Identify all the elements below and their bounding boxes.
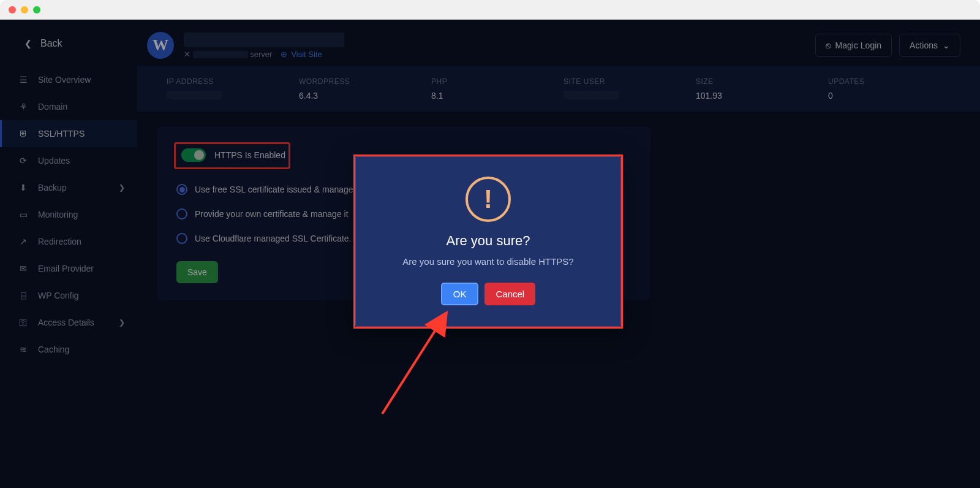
sidebar-item-label: Site Overview xyxy=(38,75,91,85)
header-info: ✕ server ⊕ Visit Site xyxy=(184,32,805,59)
https-toggle[interactable] xyxy=(181,148,206,162)
radio-icon xyxy=(176,233,187,244)
save-button[interactable]: Save xyxy=(176,261,218,283)
updates-icon: ⟳ xyxy=(18,156,28,166)
magic-login-label: Magic Login xyxy=(835,40,882,50)
info-value-redacted xyxy=(564,91,619,99)
info-value: 8.1 xyxy=(431,91,564,101)
info-label: WORDPRESS xyxy=(299,77,431,86)
login-icon: ⎋ xyxy=(826,40,831,50)
window-minimize-dot[interactable] xyxy=(21,6,28,13)
window-close-dot[interactable] xyxy=(9,6,16,13)
wp-config-icon: ⌸ xyxy=(18,291,28,300)
ok-button[interactable]: OK xyxy=(441,283,479,305)
mac-titlebar xyxy=(0,0,980,20)
visit-site-link[interactable]: ⊕ Visit Site xyxy=(281,50,322,59)
sidebar-item-site-overview[interactable]: ☰ Site Overview xyxy=(0,66,137,93)
access-icon: ⚿ xyxy=(18,318,28,327)
confirm-modal-wrap: ! Are you sure? Are you sure you want to… xyxy=(355,156,621,327)
sidebar-item-backup[interactable]: ⬇ Backup ❯ xyxy=(0,174,137,201)
chevron-left-icon: ❮ xyxy=(24,39,32,48)
info-value: 6.4.3 xyxy=(299,91,431,101)
staging-badge: ✕ server xyxy=(184,50,272,59)
sidebar-item-label: Backup xyxy=(38,183,67,193)
radio-icon xyxy=(176,184,187,195)
redirection-icon: ↗ xyxy=(18,237,28,246)
sidebar-item-updates[interactable]: ⟳ Updates xyxy=(0,147,137,174)
confirm-modal: ! Are you sure? Are you sure you want to… xyxy=(355,156,621,327)
sidebar-item-label: Email Provider xyxy=(38,264,94,273)
shield-icon: ⛨ xyxy=(18,129,28,139)
window-zoom-dot[interactable] xyxy=(33,6,40,13)
sidebar-item-wp-config[interactable]: ⌸ WP Config xyxy=(0,282,137,309)
app-root: ❮ Back ☰ Site Overview ⚘ Domain ⛨ SSL/HT… xyxy=(0,20,980,488)
sidebar: ❮ Back ☰ Site Overview ⚘ Domain ⛨ SSL/HT… xyxy=(0,20,137,488)
sidebar-item-caching[interactable]: ≋ Caching xyxy=(0,336,137,363)
magic-login-button[interactable]: ⎋ Magic Login xyxy=(815,34,892,57)
chevron-down-icon: ⌄ xyxy=(943,40,950,50)
sidebar-item-label: Monitoring xyxy=(38,210,78,219)
radio-label: Use free SSL certificate issued & manage… xyxy=(195,185,358,194)
info-label: UPDATES xyxy=(828,77,960,86)
globe-icon: ⊕ xyxy=(281,50,287,59)
radio-label: Use Cloudflare managed SSL Certificate. xyxy=(195,234,352,243)
sidebar-item-label: WP Config xyxy=(38,291,79,300)
info-value: 0 xyxy=(828,91,960,101)
sidebar-item-label: Updates xyxy=(38,156,70,166)
visit-site-label: Visit Site xyxy=(291,50,322,59)
radio-icon xyxy=(176,208,187,219)
info-col-updates: UPDATES 0 xyxy=(828,77,960,101)
info-col-site-user: SITE USER xyxy=(564,77,696,101)
back-label: Back xyxy=(40,38,62,49)
sidebar-item-monitoring[interactable]: ▭ Monitoring xyxy=(0,201,137,228)
info-value-redacted xyxy=(167,91,222,99)
email-icon: ✉ xyxy=(18,264,28,273)
info-value: 101.93 xyxy=(696,91,828,101)
overview-icon: ☰ xyxy=(18,75,28,85)
backup-icon: ⬇ xyxy=(18,183,28,193)
https-toggle-label: HTTPS Is Enabled xyxy=(214,150,285,160)
modal-title: Are you sure? xyxy=(447,233,530,249)
cancel-button[interactable]: Cancel xyxy=(484,283,535,305)
info-label: IP ADDRESS xyxy=(167,77,299,86)
monitoring-icon: ▭ xyxy=(18,210,28,219)
info-col-php: PHP 8.1 xyxy=(431,77,564,101)
info-label: SIZE xyxy=(696,77,828,86)
chevron-right-icon: ❯ xyxy=(119,318,125,327)
wordpress-logo-icon: W xyxy=(147,32,174,59)
radio-label: Provide your own certificate & manage it xyxy=(195,209,349,219)
info-label: PHP xyxy=(431,77,564,86)
info-label: SITE USER xyxy=(564,77,696,86)
sidebar-item-label: Redirection xyxy=(38,237,81,246)
info-col-size: SIZE 101.93 xyxy=(696,77,828,101)
site-title-redacted xyxy=(184,32,344,47)
domain-icon: ⚘ xyxy=(18,102,28,112)
info-bar: IP ADDRESS WORDPRESS 6.4.3 PHP 8.1 SITE … xyxy=(137,66,980,112)
sidebar-item-redirection[interactable]: ↗ Redirection xyxy=(0,228,137,255)
sidebar-item-label: SSL/HTTPS xyxy=(38,129,85,139)
sidebar-item-ssl-https[interactable]: ⛨ SSL/HTTPS xyxy=(0,120,137,147)
sidebar-item-access-details[interactable]: ⚿ Access Details ❯ xyxy=(0,309,137,336)
info-col-ip: IP ADDRESS xyxy=(167,77,299,101)
back-link[interactable]: ❮ Back xyxy=(0,31,137,66)
sidebar-item-email-provider[interactable]: ✉ Email Provider xyxy=(0,255,137,282)
sidebar-item-label: Domain xyxy=(38,102,67,112)
sidebar-item-label: Caching xyxy=(38,345,69,354)
sidebar-item-domain[interactable]: ⚘ Domain xyxy=(0,93,137,120)
actions-dropdown[interactable]: Actions ⌄ xyxy=(899,34,960,57)
warning-icon: ! xyxy=(466,177,511,222)
page-header: W ✕ server ⊕ Visit Site ⎋ Magic Login xyxy=(137,20,980,66)
caching-icon: ≋ xyxy=(18,345,28,354)
actions-label: Actions xyxy=(910,40,938,50)
modal-text: Are you sure you want to disable HTTPS? xyxy=(402,256,573,267)
chevron-right-icon: ❯ xyxy=(119,183,125,192)
info-col-wordpress: WORDPRESS 6.4.3 xyxy=(299,77,431,101)
sidebar-item-label: Access Details xyxy=(38,318,94,327)
